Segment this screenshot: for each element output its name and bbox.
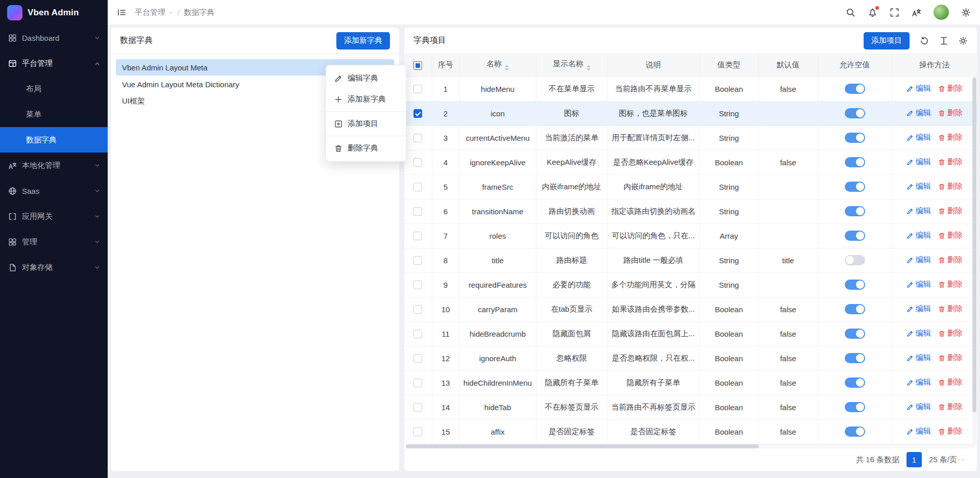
dictionary-panel-header: 数据字典 添加新字典 [111,28,399,54]
context-menu-item[interactable]: 添加新字典 [326,89,406,110]
context-menu-item[interactable]: 编辑字典 [326,68,406,89]
delete-button[interactable]: 删除 [938,426,963,436]
row-checkbox[interactable] [413,207,422,216]
add-dictionary-button[interactable]: 添加新字典 [336,32,390,49]
allow-null-toggle[interactable] [845,133,865,143]
logo[interactable]: Vben Admin [0,0,108,25]
allow-null-toggle[interactable] [845,231,865,241]
edit-button[interactable]: 编辑 [906,329,931,338]
refresh-icon[interactable] [920,36,929,45]
delete-button[interactable]: 删除 [938,157,963,167]
sort-icon[interactable] [586,65,591,71]
delete-button[interactable]: 删除 [938,353,963,363]
edit-button[interactable]: 编辑 [906,133,931,142]
menu-toggle-icon[interactable] [117,8,127,17]
column-height-icon[interactable] [939,36,948,45]
column-header[interactable]: 名称 [459,54,536,77]
delete-button[interactable]: 删除 [938,255,963,265]
delete-button[interactable]: 删除 [938,280,963,289]
edit-button[interactable]: 编辑 [906,157,931,167]
select-all-checkbox[interactable] [413,61,422,70]
context-menu-item[interactable]: 删除字典 [326,138,406,159]
fullscreen-icon[interactable] [890,8,899,17]
sidebar-item[interactable]: 平台管理 [0,51,108,76]
row-checkbox[interactable] [413,330,422,338]
delete-button[interactable]: 删除 [938,206,963,216]
delete-button[interactable]: 删除 [938,108,963,118]
edit-button[interactable]: 编辑 [906,402,931,412]
sidebar-subitem[interactable]: 数据字典 [0,127,108,153]
delete-button[interactable]: 删除 [938,84,963,93]
edit-button[interactable]: 编辑 [906,206,931,216]
context-menu-item[interactable]: 添加项目 [326,113,406,134]
sidebar-item[interactable]: Saas [0,178,108,204]
page-size-select[interactable]: 25 条/页 [929,455,966,465]
page-number-button[interactable]: 1 [906,452,922,467]
vertical-scrollbar-thumb[interactable] [972,78,976,412]
allow-null-toggle[interactable] [845,255,865,265]
edit-button[interactable]: 编辑 [906,182,931,191]
edit-button[interactable]: 编辑 [906,280,931,289]
add-item-button[interactable]: 添加项目 [864,32,910,49]
search-icon[interactable] [846,8,855,17]
delete-button[interactable]: 删除 [938,133,963,142]
allow-null-toggle[interactable] [845,378,865,388]
allow-null-toggle[interactable] [845,108,865,118]
row-checkbox[interactable] [413,232,422,240]
delete-button[interactable]: 删除 [938,329,963,338]
row-checkbox[interactable] [413,379,422,387]
notification-bell-icon[interactable] [868,8,877,17]
delete-button[interactable]: 删除 [938,304,963,314]
settings-gear-icon[interactable] [961,8,971,17]
allow-null-toggle[interactable] [845,182,865,192]
delete-button[interactable]: 删除 [938,231,963,240]
allow-null-toggle[interactable] [845,402,865,412]
sidebar-item[interactable]: 本地化管理 [0,153,108,178]
edit-button[interactable]: 编辑 [906,255,931,265]
sidebar-item[interactable]: 管理 [0,229,108,255]
edit-button[interactable]: 编辑 [906,353,931,363]
row-checkbox[interactable] [413,403,422,412]
edit-button[interactable]: 编辑 [906,304,931,314]
table-settings-gear-icon[interactable] [959,36,968,45]
row-checkbox[interactable] [413,183,422,191]
user-avatar[interactable] [934,5,949,20]
sort-icon[interactable] [505,65,509,71]
edit-button[interactable]: 编辑 [906,231,931,240]
sidebar-item[interactable]: 应用网关 [0,204,108,229]
delete-label: 删除 [947,84,963,93]
allow-null-toggle[interactable] [845,280,865,290]
delete-button[interactable]: 删除 [938,182,963,191]
allow-null-toggle[interactable] [845,206,865,216]
sidebar-item[interactable]: 对象存储 [0,255,108,280]
allow-null-toggle[interactable] [845,84,865,94]
edit-button[interactable]: 编辑 [906,378,931,387]
allow-null-toggle[interactable] [845,304,865,314]
delete-button[interactable]: 删除 [938,378,963,387]
breadcrumb-item-current[interactable]: 数据字典 [184,8,214,17]
row-checkbox[interactable] [413,427,422,436]
allow-null-toggle[interactable] [845,353,865,363]
allow-null-toggle[interactable] [845,426,865,437]
column-header[interactable]: 显示名称 [536,54,607,77]
row-checkbox[interactable] [413,281,422,289]
allow-null-toggle[interactable] [845,157,865,167]
sidebar-subitem[interactable]: 菜单 [0,102,108,127]
allow-null-toggle[interactable] [845,329,865,339]
edit-button[interactable]: 编辑 [906,84,931,93]
translate-icon[interactable] [912,8,921,17]
edit-button[interactable]: 编辑 [906,108,931,118]
row-checkbox[interactable] [413,85,422,93]
row-checkbox[interactable] [413,109,422,118]
row-checkbox[interactable] [413,305,422,314]
horizontal-scrollbar-thumb[interactable] [406,444,759,448]
sidebar-item[interactable]: Dashboard [0,25,108,51]
edit-button[interactable]: 编辑 [906,426,931,436]
delete-button[interactable]: 删除 [938,402,963,412]
row-checkbox[interactable] [413,134,422,142]
sidebar-subitem[interactable]: 布局 [0,76,108,102]
row-checkbox[interactable] [413,158,422,167]
breadcrumb-item[interactable]: 平台管理 [135,8,174,17]
row-checkbox[interactable] [413,354,422,363]
row-checkbox[interactable] [413,256,422,265]
